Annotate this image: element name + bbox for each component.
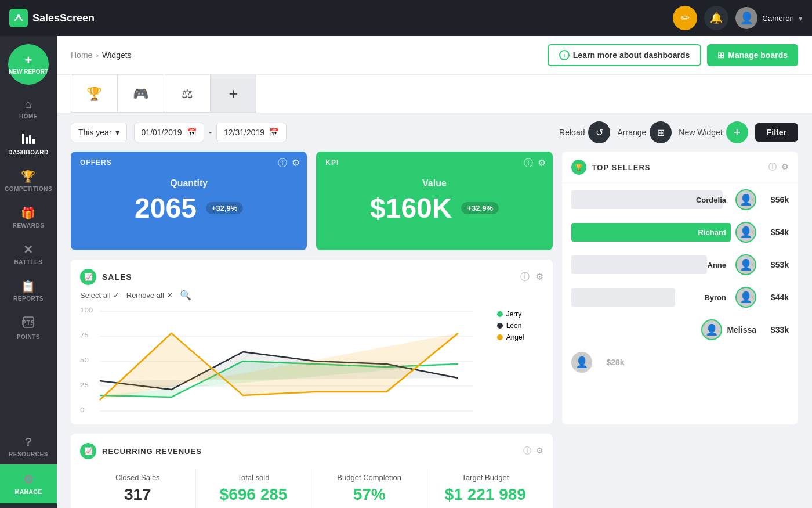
seller-avatar-melissa: 👤 [701, 319, 722, 340]
stat-value-budget: 57% [316, 485, 422, 504]
stat-label-total: Total sold [201, 473, 307, 482]
sidebar-item-rewards[interactable]: 🎁 REWARDS [0, 199, 57, 236]
content-area: Home › Widgets i Learn more about dashbo… [57, 36, 812, 508]
info-icon: i [559, 50, 570, 60]
manage-icon: ⚙ [23, 473, 34, 487]
chart-content: 100 75 50 25 0 [80, 305, 543, 415]
sidebar-label-reports: REPORTS [13, 296, 44, 302]
search-button[interactable]: 🔍 [180, 290, 191, 301]
new-widget-button[interactable]: + [726, 121, 748, 143]
sidebar-label-battles: BATTLES [14, 259, 43, 265]
legend-item-leon: Leon [497, 322, 543, 330]
seller-amount-unknown: $28k [597, 358, 625, 367]
sidebar-label-manage: MANAGE [14, 489, 42, 495]
seller-bar-wrap-melissa [571, 320, 697, 339]
sidebar-item-resources[interactable]: ? RESOURCES [0, 428, 57, 464]
sidebar-label-resources: RESOURCES [9, 451, 48, 457]
learn-more-label: Learn more about dashboards [573, 51, 690, 60]
checkmark-icon: ✓ [113, 291, 119, 300]
tab-1[interactable]: 🏆 [71, 75, 117, 113]
date-to-input[interactable]: 12/31/2019 📅 [216, 123, 287, 142]
seller-row-anne: Anne 👤 $53k [562, 248, 798, 281]
stat-label-closed: Closed Sales [85, 473, 191, 482]
manage-boards-label: Manage boards [728, 51, 788, 60]
close-icon: ✕ [166, 291, 173, 300]
tab-add[interactable]: + [210, 75, 256, 113]
remove-all-button[interactable]: Remove all ✕ [126, 291, 173, 300]
header-bar: Home › Widgets i Learn more about dashbo… [57, 36, 812, 75]
user-menu-button[interactable]: 👤 Cameron ▾ [735, 7, 803, 29]
select-all-button[interactable]: Select all ✓ [80, 291, 119, 300]
stat-value-target: $1 221 989 [432, 485, 539, 504]
offers-value: 2065 [135, 192, 197, 224]
sidebar-item-manage[interactable]: ⚙ MANAGE [0, 464, 57, 503]
sidebar-item-competitions[interactable]: 🏆 COMPETITIONS [0, 163, 57, 199]
settings-icon[interactable]: ⚙ [538, 157, 546, 170]
toolbar: This year ▾ 01/01/2019 📅 - 12/31/2019 📅 … [57, 113, 812, 152]
new-report-button[interactable]: + NEW REPORT [8, 44, 49, 85]
date-filter-label: This year [78, 128, 112, 137]
breadcrumb: Home › Widgets [71, 51, 132, 60]
chevron-down-icon: ▾ [799, 14, 803, 23]
sidebar-item-home[interactable]: ⌂ HOME [0, 91, 57, 127]
tab-3[interactable]: ⚖ [164, 75, 210, 113]
trophy-icon: 🏆 [21, 170, 36, 183]
learn-more-button[interactable]: i Learn more about dashboards [548, 44, 701, 66]
offers-label: Quantity [170, 178, 208, 189]
sellers-header: 🏆 TOP SELLERS ⓘ ⚙ [562, 152, 798, 183]
info-icon[interactable]: ⓘ [768, 162, 777, 172]
seller-row-byron: Byron 👤 $44k [562, 281, 798, 314]
seller-avatar-anne: 👤 [735, 254, 756, 275]
notification-button[interactable]: 🔔 [704, 6, 728, 30]
sidebar-item-reports[interactable]: 📋 REPORTS [0, 272, 57, 309]
arrange-action[interactable]: Arrange ⊞ [617, 121, 672, 143]
calendar-icon: 📅 [187, 128, 197, 137]
arrange-label: Arrange [617, 128, 646, 137]
filter-button[interactable]: Filter [755, 123, 798, 142]
arrange-icon-button[interactable]: ⊞ [650, 121, 672, 143]
seller-amount-anne: $53k [761, 260, 789, 269]
revenue-icon: 📈 [80, 443, 96, 459]
kpi-widget: KPI ⓘ ⚙ Value $160K +32,9% [316, 152, 552, 250]
date-from-input[interactable]: 01/01/2019 📅 [134, 123, 204, 142]
svg-text:pts: pts [22, 319, 35, 326]
sidebar-item-battles[interactable]: ✕ BATTLES [0, 236, 57, 272]
info-icon[interactable]: ⓘ [278, 157, 287, 170]
sidebar-label-rewards: REWARDS [13, 222, 45, 229]
kpi-title: KPI [325, 158, 339, 167]
sidebar: + NEW REPORT ⌂ HOME DASHBOARD 🏆 COMPETIT… [0, 36, 57, 508]
settings-icon[interactable]: ⚙ [535, 271, 543, 283]
reload-action[interactable]: Reload ↺ [559, 121, 610, 143]
new-widget-action[interactable]: New Widget + [679, 121, 748, 143]
sidebar-item-points[interactable]: pts POINTS [0, 309, 57, 347]
settings-icon[interactable]: ⚙ [781, 162, 789, 172]
svg-text:25: 25 [80, 381, 89, 389]
breadcrumb-home[interactable]: Home [71, 51, 92, 60]
date-to-value: 12/31/2019 [224, 128, 264, 137]
legend-label-leon: Leon [506, 322, 522, 330]
settings-icon[interactable]: ⚙ [292, 157, 300, 170]
date-filter-dropdown[interactable]: This year ▾ [71, 123, 127, 142]
stat-label-target: Target Budget [432, 473, 539, 482]
manage-boards-button[interactable]: ⊞ Manage boards [707, 44, 798, 66]
seller-avatar-richard: 👤 [735, 222, 756, 243]
seller-name-byron: Byron [571, 293, 731, 302]
seller-row-richard: Richard 👤 $54k [562, 216, 798, 248]
edit-button[interactable]: ✏ [673, 6, 697, 30]
info-icon[interactable]: ⓘ [523, 446, 531, 456]
resources-icon: ? [25, 435, 32, 449]
svg-text:100: 100 [80, 307, 93, 314]
settings-icon[interactable]: ⚙ [536, 446, 543, 456]
info-icon[interactable]: ⓘ [520, 271, 530, 283]
sidebar-label-home: HOME [19, 113, 38, 120]
seller-bar-melissa [571, 320, 622, 339]
widgets-area: OFFERS ⓘ ⚙ Quantity 2065 +32,9% KPI ⓘ ⚙ [57, 152, 812, 508]
offers-actions: ⓘ ⚙ [278, 157, 300, 170]
reload-icon-button[interactable]: ↺ [588, 121, 610, 143]
seller-avatar-unknown: 👤 [571, 352, 592, 373]
kpi-value: $160K [370, 192, 452, 224]
sidebar-item-dashboard[interactable]: DASHBOARD [0, 127, 57, 163]
reports-icon: 📋 [21, 279, 36, 293]
info-icon[interactable]: ⓘ [524, 157, 533, 170]
tab-2[interactable]: 🎮 [117, 75, 164, 113]
